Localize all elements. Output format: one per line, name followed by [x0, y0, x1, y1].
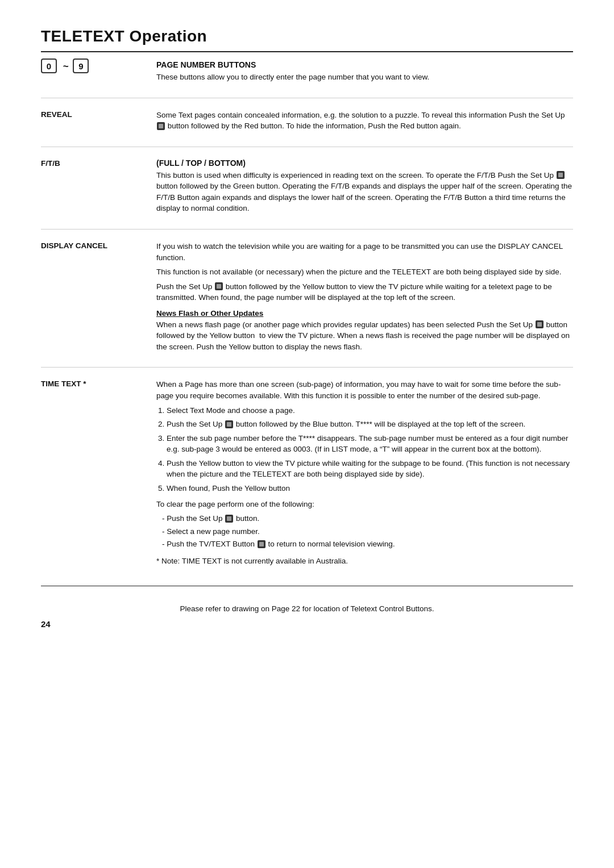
tilde-symbol: ~	[63, 61, 69, 72]
display-cancel-desc-2: This function is not available (or neces…	[156, 266, 573, 278]
separator-row	[41, 141, 573, 153]
setup-button-icon-ftb	[557, 171, 565, 179]
news-flash-heading: News Flash or Other Updates	[156, 309, 573, 318]
section-label-time-text: TIME TEXT *	[41, 373, 152, 575]
list-item: Enter the sub page number before the T**…	[167, 433, 573, 455]
display-cancel-desc-1: If you wish to watch the television whil…	[156, 241, 573, 263]
section-label-reveal: REVEAL	[41, 104, 152, 141]
separator-row	[41, 361, 573, 373]
section-desc-time-text: When a Page has more than one screen (su…	[152, 373, 573, 575]
display-cancel-desc-3: Push the Set Up button followed by the Y…	[156, 281, 573, 303]
section-label-display-cancel: DISPLAY CANCEL	[41, 235, 152, 362]
page-footer: Please refer to drawing on Page 22 for l…	[41, 603, 573, 615]
setup-button-icon-dc	[215, 282, 223, 290]
table-row: REVEAL Some Text pages contain concealed…	[41, 104, 573, 141]
content-table: 0 ~ 9 PAGE NUMBER BUTTONS These buttons …	[41, 52, 573, 575]
section-desc-reveal: Some Text pages contain concealed inform…	[152, 104, 573, 141]
table-row: F/T/B (FULL / TOP / BOTTOM) This button …	[41, 153, 573, 223]
list-item: Push the Set Up button followed by the B…	[167, 419, 573, 430]
clear-page-intro: To clear the page perform one of the fol…	[156, 499, 573, 510]
page-number: 24	[41, 619, 573, 629]
section-label-ftb: F/T/B	[41, 153, 152, 223]
clear-page-list: Push the Set Up button. Select a new pag…	[162, 513, 573, 550]
section-label-page-number: 0 ~ 9	[41, 52, 152, 92]
time-text-steps: Select Text Mode and choose a page. Push…	[167, 405, 573, 494]
reveal-desc: Some Text pages contain concealed inform…	[156, 110, 573, 132]
section-desc-page-number: PAGE NUMBER BUTTONS These buttons allow …	[152, 52, 573, 92]
section-desc-ftb: (FULL / TOP / BOTTOM) This button is use…	[152, 153, 573, 223]
section-heading-page-number: PAGE NUMBER BUTTONS	[156, 60, 573, 69]
ftb-desc: This button is used when difficulty is e…	[156, 170, 573, 214]
list-item: Push the Yellow button to view the TV pi…	[167, 458, 573, 480]
bottom-rule	[41, 586, 573, 586]
list-item: Push the TV/TEXT Button to return to nor…	[162, 539, 573, 550]
time-text-note: * Note: TIME TEXT is not currently avail…	[156, 556, 573, 567]
list-item: Select a new page number.	[162, 526, 573, 537]
news-flash-desc: When a news flash page (or another page …	[156, 319, 573, 353]
separator-row	[41, 223, 573, 235]
separator-row	[41, 92, 573, 104]
page-title: TELETEXT Operation	[41, 27, 573, 45]
table-row: TIME TEXT * When a Page has more than on…	[41, 373, 573, 575]
list-item: Push the Set Up button.	[162, 513, 573, 524]
setup-button-icon-tt2	[225, 420, 233, 428]
list-item: Select Text Mode and choose a page.	[167, 405, 573, 416]
setup-button-icon-cl1	[225, 515, 233, 523]
table-row: 0 ~ 9 PAGE NUMBER BUTTONS These buttons …	[41, 52, 573, 92]
table-row: DISPLAY CANCEL If you wish to watch the …	[41, 235, 573, 362]
setup-button-icon-nf	[536, 320, 544, 328]
list-item: When found, Push the Yellow button	[167, 483, 573, 494]
section-desc-display-cancel: If you wish to watch the television whil…	[152, 235, 573, 362]
time-text-desc: When a Page has more than one screen (su…	[156, 379, 573, 401]
tvtext-button-icon	[258, 540, 265, 548]
footer-text: Please refer to drawing on Page 22 for l…	[41, 603, 573, 615]
page-number-desc: These buttons allow you to directly ente…	[156, 72, 573, 83]
key-badge-0: 0	[41, 59, 57, 73]
key-badge-9: 9	[73, 59, 89, 73]
news-flash-section: News Flash or Other Updates When a news …	[156, 309, 573, 353]
setup-button-icon	[157, 122, 165, 130]
section-subheading-ftb: (FULL / TOP / BOTTOM)	[156, 158, 573, 168]
